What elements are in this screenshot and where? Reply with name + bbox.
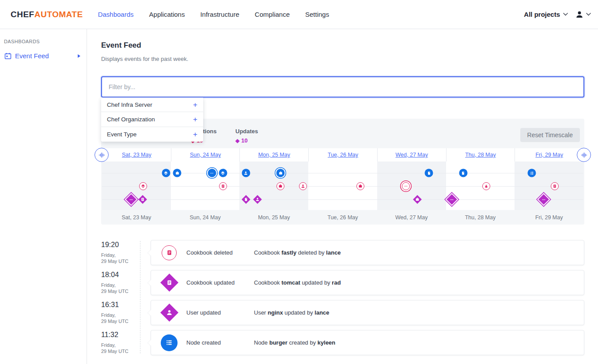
timeline-day-label: Thu, 28 May — [465, 214, 496, 221]
timeline-day-column: Sat, 23 May — [102, 148, 171, 161]
timeline-grid-area: Sat, 23 MaySun, 24 MayMon, 25 MayTue, 26… — [102, 148, 583, 225]
plus-icon[interactable]: + — [193, 101, 197, 109]
person-deletion-marker[interactable] — [299, 182, 307, 190]
event-timestamp: 11:32Friday,29 May UTC — [101, 330, 140, 355]
timeline-column-stripe — [446, 161, 515, 210]
book-deletion-marker[interactable] — [219, 182, 227, 190]
ellipsis-creation-marker[interactable] — [208, 169, 216, 177]
logo-chef: CHEF — [11, 10, 34, 19]
top-navbar: CHEFAUTOMATE Dashboards Applications Inf… — [0, 0, 598, 29]
event-type: User updated — [186, 309, 254, 316]
card-notch — [148, 339, 154, 345]
event-date: 29 May UTC — [101, 289, 140, 294]
project-selector[interactable]: All projects — [524, 11, 568, 18]
filter-input[interactable] — [101, 76, 584, 98]
event-icon-wrap — [160, 334, 178, 351]
nav-item-dashboards[interactable]: Dashboards — [98, 7, 134, 22]
calendar-icon — [4, 53, 11, 60]
list-creation-marker[interactable] — [528, 169, 536, 177]
bag-creation-marker[interactable] — [173, 169, 182, 177]
timescale-slider-left-button[interactable] — [95, 148, 109, 162]
node-creation-marker[interactable] — [459, 169, 467, 177]
timeline-day-label: Sat, 23 May — [122, 214, 151, 221]
timeline-day-link[interactable]: Sun, 24 May — [190, 152, 221, 158]
dropdown-item-chef-organization[interactable]: Chef Organization + — [101, 112, 203, 127]
event-card[interactable]: Node createdNode burger created by kylee… — [151, 330, 584, 355]
person-creation-marker[interactable] — [242, 169, 250, 177]
event-description: Cookbook fastly deleted by lance — [254, 249, 341, 256]
sidebar: DASHBOARDS Event Feed — [0, 29, 87, 364]
dropdown-item-chef-infra-server[interactable]: Chef Infra Server + — [101, 98, 203, 112]
timeline-day-column: Thu, 28 May — [446, 210, 515, 225]
event-card[interactable]: Cookbook deletedCookbook fastly deleted … — [151, 240, 584, 265]
event-type: Cookbook updated — [186, 279, 254, 286]
filter-area: Chef Infra Server + Chef Organization + … — [101, 76, 584, 98]
timeline-column-stripe — [102, 161, 171, 210]
timeline-day-link[interactable]: Thu, 28 May — [465, 152, 496, 158]
ellipsis-deletion-marker[interactable] — [402, 182, 410, 190]
event-card[interactable]: User updatedUser nginx updated by lance — [151, 300, 584, 325]
page-title: Event Feed — [101, 41, 584, 50]
user-menu[interactable] — [575, 10, 591, 19]
reset-timescale-button[interactable]: Reset Timescale — [520, 128, 580, 142]
nav-item-settings[interactable]: Settings — [305, 7, 329, 22]
nav-item-compliance[interactable]: Compliance — [255, 7, 290, 22]
event-description: Cookbook tomcat updated by rad — [254, 279, 341, 286]
timeline-day-link[interactable]: Mon, 25 May — [258, 152, 290, 158]
event-description: Node burger created by kyleen — [254, 339, 335, 346]
navbar-right: All projects — [524, 10, 591, 19]
timeline-day-column: Tue, 26 May — [308, 210, 377, 225]
timeline-day-column: Fri, 29 May — [515, 148, 583, 161]
layers-creation-marker[interactable] — [219, 169, 227, 177]
event-date: 29 May UTC — [101, 319, 140, 324]
lock-deletion-marker[interactable] — [482, 182, 490, 190]
bag-deletion-marker[interactable] — [356, 182, 364, 190]
card-notch — [148, 279, 154, 285]
person-updated-icon — [160, 304, 178, 322]
event-timestamp: 19:20Friday,29 May UTC — [101, 240, 140, 265]
filter-dropdown: Chef Infra Server + Chef Organization + … — [101, 98, 203, 142]
event-timestamp: 18:04Friday,29 May UTC — [101, 270, 140, 295]
event-date: 29 May UTC — [101, 259, 140, 264]
layers-deletion-marker[interactable] — [139, 182, 147, 190]
timeline-day-column: Thu, 28 May — [446, 148, 515, 161]
timeline-day-label: Tue, 26 May — [328, 214, 358, 221]
event-day: Friday, — [101, 342, 140, 348]
chevron-down-icon — [563, 13, 568, 16]
event-day: Friday, — [101, 282, 140, 288]
expand-arrow-icon[interactable] — [78, 54, 80, 58]
updates-count: 10 — [241, 137, 247, 144]
event-type: Node created — [186, 339, 254, 346]
bag-creation-marker[interactable] — [276, 169, 285, 177]
timescale-slider-right-button[interactable] — [577, 148, 591, 162]
sidebar-item-event-feed[interactable]: Event Feed — [0, 50, 87, 61]
timeline-day-link[interactable]: Fri, 29 May — [535, 152, 563, 158]
event-time: 11:32 — [101, 331, 140, 339]
chef-automate-logo[interactable]: CHEFAUTOMATE — [11, 10, 83, 19]
page-subtitle: Displays events for the past week. — [101, 56, 584, 62]
event-row: 19:20Friday,29 May UTCCookbook deletedCo… — [101, 240, 584, 265]
plus-icon[interactable]: + — [193, 116, 197, 123]
timeline-day-link[interactable]: Wed, 27 May — [396, 152, 428, 158]
timeline-day-label: Mon, 25 May — [258, 214, 290, 221]
book-deleted-icon — [162, 245, 177, 260]
timeline-day-link[interactable]: Sat, 23 May — [122, 152, 151, 158]
event-date: 29 May UTC — [101, 349, 140, 354]
event-row: 16:31Friday,29 May UTCUser updatedUser n… — [101, 300, 584, 325]
bag-deletion-marker[interactable] — [276, 182, 284, 190]
nav-item-infrastructure[interactable]: Infrastructure — [200, 7, 239, 22]
node-creation-marker[interactable] — [425, 169, 433, 177]
sidebar-item-label: Event Feed — [15, 52, 49, 60]
book-deletion-marker[interactable] — [551, 182, 559, 190]
plus-icon[interactable]: + — [193, 131, 197, 138]
timeline-event-grid — [102, 161, 583, 210]
timeline-column-stripe — [239, 161, 308, 210]
timeline-day-link[interactable]: Tue, 26 May — [328, 152, 358, 158]
card-notch — [148, 309, 154, 315]
event-row: 18:04Friday,29 May UTCCookbook updatedCo… — [101, 270, 584, 295]
layers-creation-marker[interactable] — [162, 169, 170, 177]
dropdown-item-event-type[interactable]: Event Type + — [101, 127, 203, 142]
event-card[interactable]: Cookbook updatedCookbook tomcat updated … — [151, 270, 584, 295]
card-notch — [148, 249, 154, 255]
nav-item-applications[interactable]: Applications — [149, 7, 185, 22]
